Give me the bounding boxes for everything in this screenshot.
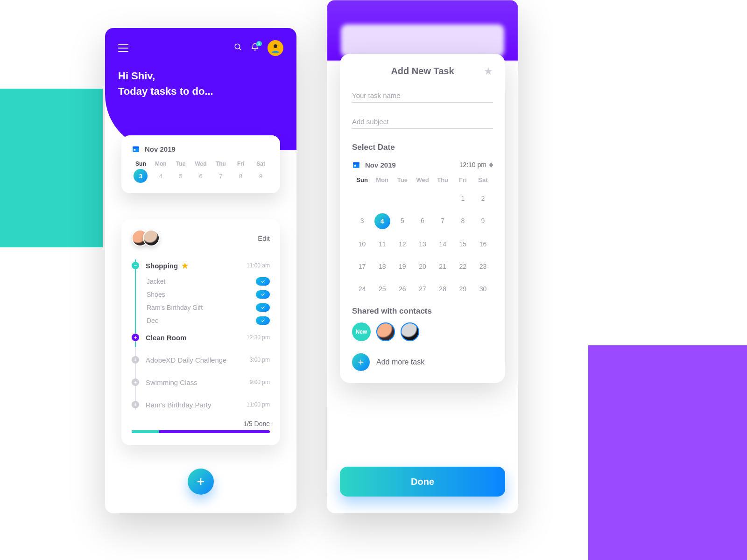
- check-chip[interactable]: [256, 290, 270, 299]
- calendar-date[interactable]: 5: [392, 213, 412, 228]
- calendar-date[interactable]: 9: [473, 213, 493, 228]
- progress-label: 1/5 Done: [132, 420, 270, 427]
- calendar-date[interactable]: 29: [453, 281, 473, 296]
- day-label: Sat: [252, 161, 270, 167]
- task-name-input[interactable]: [352, 89, 493, 103]
- progress-section: 1/5 Done: [132, 420, 270, 433]
- calendar-date[interactable]: 26: [392, 281, 412, 296]
- calendar-date[interactable]: 7: [433, 213, 453, 228]
- task-time: 11:00 pm: [247, 401, 270, 408]
- progress-bar: [132, 430, 270, 433]
- calendar-date[interactable]: 25: [372, 281, 392, 296]
- check-chip[interactable]: [256, 303, 270, 312]
- avatar[interactable]: [143, 230, 160, 246]
- notification-icon[interactable]: 3: [251, 43, 259, 53]
- task-name: Ram's Birthday Party: [146, 401, 211, 409]
- calendar-date[interactable]: 6: [192, 169, 210, 183]
- calendar-date[interactable]: 12: [392, 237, 412, 252]
- add-more-task-button[interactable]: Add more task: [352, 353, 493, 371]
- day-label: Tue: [392, 176, 412, 183]
- day-label: Sun: [352, 176, 372, 183]
- day-label: Thu: [211, 161, 230, 167]
- add-task-fab[interactable]: [188, 469, 214, 495]
- svg-point-2: [274, 44, 277, 48]
- calendar-date[interactable]: 9: [252, 169, 270, 183]
- subject-input[interactable]: [352, 115, 493, 129]
- calendar-date[interactable]: 8: [232, 169, 250, 183]
- task-row[interactable]: − Shopping★ 11:00 am: [132, 257, 270, 274]
- svg-point-0: [235, 44, 240, 49]
- favorite-star-icon[interactable]: ★: [484, 65, 493, 77]
- check-chip[interactable]: [256, 277, 270, 286]
- calendar-icon: [132, 145, 140, 153]
- blurred-card: [341, 24, 504, 57]
- day-label: Mon: [372, 176, 392, 183]
- contact-avatar[interactable]: [401, 322, 419, 341]
- task-row[interactable]: + AdobeXD Daily Challenge 3:00 pm: [132, 351, 270, 369]
- calendar-date[interactable]: 22: [453, 259, 473, 274]
- greeting-line1: Hi Shiv,: [118, 68, 283, 84]
- shared-avatars[interactable]: [132, 230, 160, 246]
- calendar-date[interactable]: 16: [473, 237, 493, 252]
- calendar-date[interactable]: 18: [372, 259, 392, 274]
- calendar-date[interactable]: 4: [152, 169, 170, 183]
- day-label: Mon: [152, 161, 170, 167]
- calendar-date[interactable]: 24: [352, 281, 372, 296]
- add-more-label: Add more task: [376, 358, 424, 366]
- calendar-date[interactable]: 17: [352, 259, 372, 274]
- calendar-date[interactable]: 23: [473, 259, 493, 274]
- day-label: Fri: [453, 176, 473, 183]
- calendar-date[interactable]: 21: [433, 259, 453, 274]
- calendar-date[interactable]: 11: [372, 237, 392, 252]
- add-task-modal: Add New Task ★ Select Date Nov 2019 12:1…: [340, 54, 505, 383]
- subtask-label: Jacket: [147, 278, 165, 285]
- calendar-date[interactable]: 3: [134, 169, 148, 183]
- calendar-date[interactable]: 19: [392, 259, 412, 274]
- time-value: 12:10 pm: [459, 161, 486, 168]
- hero-header: 3 Hi Shiv, Today tasks to do...: [105, 28, 296, 150]
- profile-avatar[interactable]: [268, 40, 283, 56]
- edit-button[interactable]: Edit: [258, 234, 270, 242]
- task-name: Swimming Class: [146, 378, 197, 386]
- time-picker[interactable]: 12:10 pm: [459, 161, 493, 168]
- calendar-date[interactable]: 3: [352, 213, 372, 228]
- calendar-date[interactable]: 8: [453, 213, 473, 228]
- day-label: Fri: [232, 161, 250, 167]
- svg-rect-10: [353, 162, 359, 164]
- calendar-date[interactable]: 15: [453, 237, 473, 252]
- menu-icon[interactable]: [118, 44, 128, 52]
- greeting-line2: Today tasks to do...: [118, 84, 283, 99]
- calendar-date[interactable]: 4: [374, 213, 390, 229]
- calendar-date[interactable]: 10: [352, 237, 372, 252]
- svg-rect-5: [133, 147, 139, 148]
- calendar-date[interactable]: 5: [172, 169, 190, 183]
- progress-fill: [132, 430, 159, 433]
- calendar-date[interactable]: 28: [433, 281, 453, 296]
- calendar-date[interactable]: 7: [211, 169, 230, 183]
- calendar-date[interactable]: 13: [412, 237, 432, 252]
- contact-avatar[interactable]: [376, 322, 395, 341]
- done-button[interactable]: Done: [340, 467, 505, 497]
- status-dot-current: +: [132, 334, 139, 341]
- calendar-date[interactable]: 6: [412, 213, 432, 228]
- tasks-card: Edit − Shopping★ 11:00 am Jacket Shoes R…: [121, 219, 280, 445]
- calendar-date[interactable]: 1: [453, 191, 473, 206]
- task-time: 12:30 pm: [247, 334, 270, 341]
- task-row[interactable]: + Ram's Birthday Party 11:00 pm: [132, 396, 270, 413]
- calendar-date[interactable]: 2: [473, 191, 493, 206]
- day-label: Tue: [172, 161, 190, 167]
- task-name: Clean Room: [146, 334, 187, 342]
- calendar-date[interactable]: 14: [433, 237, 453, 252]
- bg-shape-purple: [588, 345, 747, 560]
- check-chip[interactable]: [256, 316, 270, 325]
- calendar-date[interactable]: 20: [412, 259, 432, 274]
- new-contact-button[interactable]: New: [352, 322, 371, 341]
- task-row[interactable]: + Clean Room 12:30 pm: [132, 329, 270, 346]
- star-icon: ★: [182, 261, 188, 270]
- task-timeline: − Shopping★ 11:00 am Jacket Shoes Ram's …: [132, 257, 270, 413]
- svg-line-1: [239, 48, 241, 50]
- search-icon[interactable]: [234, 43, 242, 53]
- task-row[interactable]: + Swimming Class 9:00 pm: [132, 373, 270, 391]
- calendar-date[interactable]: 27: [412, 281, 432, 296]
- calendar-date[interactable]: 30: [473, 281, 493, 296]
